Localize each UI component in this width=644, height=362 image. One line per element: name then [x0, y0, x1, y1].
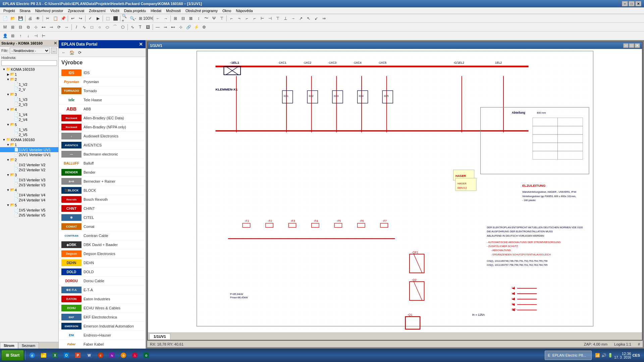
tree-toggle-k159-2[interactable]: ▼ [6, 78, 10, 81]
tree-node-k160-1v2[interactable]: 📄 1V2 Verteiler V2 [0, 162, 58, 167]
mfr-chnt[interactable]: CHNT CHINT [59, 204, 146, 213]
tree-node-k160-1v5[interactable]: 📄 1V5 Verteiler V5 [0, 207, 58, 213]
menu-zobrazeni[interactable]: Zobrazení [87, 8, 108, 13]
tree-node-k160-2v5[interactable]: 📄 2V5 Verteiler V5 [0, 213, 58, 218]
rotate-button[interactable]: ⟳ [55, 23, 63, 31]
menu-okno[interactable]: Okno [220, 8, 233, 13]
tree-node-k160-1v4[interactable]: 📄 1V4 Verteiler V4 [0, 192, 58, 197]
taskbar-icon-app8[interactable]: N [107, 350, 117, 361]
tree-toggle-koma160[interactable]: ▼ [2, 138, 6, 141]
mfr-ekf[interactable]: EKF EKF Electrotechnica [59, 313, 146, 322]
mfr-dehn[interactable]: DEHN DEHN [59, 258, 146, 267]
tree-node-k160-2[interactable]: ▼ 📂 2 [0, 157, 58, 162]
mfr-tele[interactable]: tele Tele Haase [59, 96, 146, 105]
redo-button[interactable]: ↪ [77, 15, 84, 22]
undo-button[interactable]: ↩ [69, 15, 76, 22]
mfr-comtran[interactable]: COMTRAN Comtran Cable [59, 231, 146, 240]
mfr-bender[interactable]: BENDER Bender [59, 168, 146, 177]
tree-node-koma160[interactable]: ▼ 📁 KOMA 160160 [0, 137, 58, 142]
sym-button[interactable]: Ψ [210, 15, 218, 22]
tree-node-k159-5[interactable]: ▼ 📂 5 [0, 122, 58, 127]
mfr-tornado[interactable]: TORNADO Tornado [59, 86, 146, 96]
text-button[interactable]: T [137, 23, 144, 31]
tree-toggle-k160-3[interactable]: ▼ [6, 173, 10, 177]
tree-toggle-k159-4[interactable]: ▼ [6, 108, 10, 111]
system-clock[interactable]: 12:36 17. 3. 2016 [614, 352, 631, 359]
sch-maximize[interactable]: □ [629, 43, 634, 48]
conn6-button[interactable]: ⚡ [193, 23, 200, 31]
tree-node-k159-2v3[interactable]: 📄 2_V3 [0, 102, 58, 107]
tree-toggle-k160-1[interactable]: ▼ [6, 143, 10, 146]
taskbar-icon-excel[interactable]: X [50, 350, 60, 361]
menu-obsluzne[interactable]: Obslužné programy [183, 8, 220, 13]
schematic-canvas[interactable]: -1EL1 -1XC1 -1XC2 -1XC3 -1XC4 -1XC5 -G/1… [148, 49, 642, 333]
user-btn5[interactable]: ⊣ [32, 32, 40, 40]
tree-node-k159-2[interactable]: ▼ 📂 2 [0, 77, 58, 82]
copy-button[interactable]: 📋 [52, 15, 59, 22]
tree-node-k160-2v3[interactable]: 📄 2V3 Verteiler V3 [0, 182, 58, 187]
macro-button[interactable]: M [1, 23, 9, 31]
conn4-button[interactable]: ⊹ [177, 23, 184, 31]
tree-node-k159-2v4[interactable]: 📄 2_V4 [0, 117, 58, 122]
tree-node-k160-5[interactable]: ▼ 📂 5 [0, 202, 58, 207]
mfr-dold[interactable]: DOLD DOLD [59, 267, 146, 277]
sch-minimize[interactable]: – [623, 43, 629, 48]
tree-node-k159-1[interactable]: ▶ 📂 1 [0, 72, 58, 77]
taskbar-icon-outlook[interactable]: O [61, 350, 72, 361]
run-button[interactable]: ▶ [94, 15, 102, 22]
tree-node-k159-1v2[interactable]: 📄 1_V2 [0, 82, 58, 87]
zoom-100-button[interactable]: 100% [145, 15, 152, 22]
select2-button[interactable]: ⬛ [112, 15, 119, 22]
tree-node-k159-3[interactable]: ▼ 📂 3 [0, 92, 58, 97]
tree-toggle-k159-5[interactable]: ▼ [6, 123, 10, 126]
portal-close-button[interactable]: ✕ [139, 42, 143, 47]
maximize-button[interactable]: □ [629, 1, 635, 6]
format-button[interactable]: ⊹ [32, 23, 40, 31]
user-btn1[interactable]: 👤 [1, 32, 9, 40]
tree-node-k159-2v[interactable]: 📄 2_V [0, 87, 58, 92]
tree-toggle-k159-1[interactable]: ▶ [6, 73, 10, 76]
minimize-button[interactable]: – [622, 1, 628, 6]
angle2-button[interactable]: ¬ [235, 15, 243, 22]
conn1-button[interactable]: — [154, 23, 161, 31]
menu-vlozit[interactable]: Vložit [108, 8, 121, 13]
split2-button[interactable]: ⊣ [266, 15, 274, 22]
tree-node-k159-4[interactable]: ▼ 📂 4 [0, 107, 58, 112]
angle-button[interactable]: ⌐ [228, 15, 235, 22]
print-preview-button[interactable]: 👁 [34, 15, 42, 22]
zoom-in-button[interactable]: 🔍+ [121, 15, 129, 22]
grid-button[interactable]: ⊞ [172, 15, 179, 22]
mfr-dbk[interactable]: ◈DBK DBK David + Baader [59, 240, 146, 249]
tab-strom[interactable]: Strom [0, 342, 18, 349]
user-btn6[interactable]: ⊢ [40, 32, 47, 40]
mfr-balluff[interactable]: BALLUFF Balluff [59, 159, 146, 168]
rect-button[interactable]: □ [88, 23, 96, 31]
portal-home-button[interactable]: 🏠 [68, 49, 75, 56]
sch-close[interactable]: ✕ [635, 43, 640, 48]
zoom-out-button[interactable]: 🔍- [129, 15, 137, 22]
save-button[interactable]: 💾 [17, 15, 24, 22]
paste-button[interactable]: 📌 [59, 15, 67, 22]
value-input[interactable] [1, 60, 57, 66]
arrow2-button[interactable]: ↗ [297, 15, 305, 22]
macro3-button[interactable]: ⊟ [17, 23, 24, 31]
ellipse-button[interactable]: ⬭ [104, 23, 111, 31]
tree-node-k160-1uv1[interactable]: 📄 1UV1 Verteiler UV1 [0, 147, 58, 152]
mfr-br[interactable]: B+R Bernecker + Rainer [59, 177, 146, 186]
mfr-faber[interactable]: Faber Faber Kabel [59, 340, 146, 349]
conn2-button[interactable]: ⊸ [162, 23, 169, 31]
angle4-button[interactable]: ⌐ [251, 15, 258, 22]
tree-node-k159-1v4[interactable]: 📄 1_V4 [0, 112, 58, 117]
tree-toggle-k160-2[interactable]: ▼ [6, 158, 10, 162]
taskbar-icon-powerpoint[interactable]: P [72, 350, 83, 361]
tree-node-k160-1v3[interactable]: 📄 1V3 Verteiler V3 [0, 177, 58, 182]
start-button[interactable]: ⊞ Start [1, 350, 24, 361]
arrow4-button[interactable]: ↙ [313, 15, 320, 22]
taskbar-icon-app7[interactable]: E [95, 350, 106, 361]
arrow5-button[interactable]: ⇒ [320, 15, 328, 22]
mfr-allen-iec[interactable]: Rockwell Allen-Bradley (IEC Data) [59, 114, 146, 123]
taskbar-icon-app9[interactable]: ⚙ [118, 350, 129, 361]
portal-back-button[interactable]: ← [60, 49, 67, 56]
taskbar-icon-explorer[interactable]: 📁 [38, 350, 49, 361]
poly-button[interactable]: ⬡ [119, 23, 126, 31]
